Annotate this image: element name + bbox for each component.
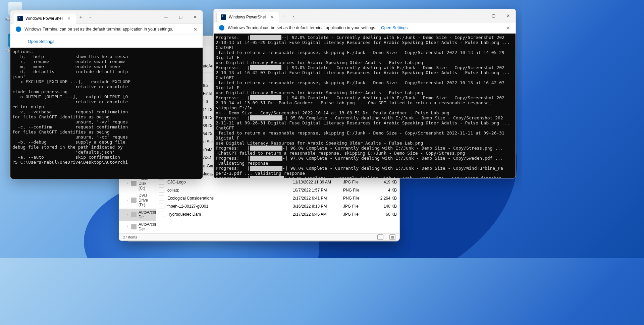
info-text: Windows Terminal can be set as the defau… (228, 25, 376, 30)
maximize-button[interactable]: ▢ (486, 9, 501, 22)
file-date: 10/7/2022 1:57 PM (293, 188, 340, 193)
file-icon (159, 212, 164, 217)
minimize-button[interactable]: — (471, 9, 486, 22)
file-size: 419 KB (373, 180, 397, 184)
sidebar-item[interactable]: ›DVD Drive (D:) (119, 192, 156, 209)
file-name: fnbeh-12-00127-g0001 (167, 204, 289, 209)
terminal-output[interactable]: options: -h, --help show this help messa… (10, 48, 203, 179)
powershell-icon (221, 14, 226, 20)
file-row[interactable]: collatz10/7/2022 1:57 PMPNG File4 KB (156, 186, 399, 194)
chevron-icon: › (127, 213, 128, 216)
info-bar: Windows Terminal can be set as the defau… (10, 24, 203, 35)
info-icon (16, 26, 21, 32)
close-infobar-button[interactable]: ✕ (194, 27, 197, 32)
file-size: 4 KB (373, 188, 397, 193)
new-tab-button[interactable]: + (279, 11, 289, 20)
info-icon (219, 25, 224, 31)
status-bar: 27 items ☰ ▦ (119, 233, 399, 240)
minimize-button[interactable]: — (158, 10, 173, 24)
file-name: CJG-Logo (167, 180, 289, 184)
close-tab-button[interactable]: ✕ (66, 16, 72, 21)
sidebar-label: DVD Drive (D:) (139, 193, 153, 207)
file-size: 2,264 KB (373, 196, 397, 201)
terminal-output[interactable]: Progress: | --| 92.0% Complete - Current… (214, 34, 516, 178)
powershell-window-right: Windows PowerShell ✕ + ⌄ — ▢ ✕ Windows T… (213, 9, 516, 178)
file-icon (159, 179, 164, 185)
tab-powershell[interactable]: Windows PowerShell ✕ (216, 12, 279, 22)
tab-label: Windows PowerShell (229, 15, 267, 19)
file-row[interactable]: Hydroquebec Dam2/17/2022 6:46 AMJPG File… (156, 210, 399, 218)
new-tab-button[interactable]: + (76, 12, 86, 22)
titlebar[interactable]: Windows PowerShell ✕ + ⌄ — ▢ ✕ (10, 10, 203, 24)
drive-icon (131, 181, 137, 186)
file-row[interactable]: fnbeh-12-00127-g00013/16/2022 8:13 PMJPG… (156, 202, 399, 210)
powershell-icon (17, 16, 23, 21)
sidebar-label: AutoArchive Der (139, 222, 156, 231)
tab-label: Windows PowerShell (25, 16, 63, 21)
file-date: 2/17/2022 6:46 AM (293, 212, 340, 217)
drive-icon (131, 224, 137, 229)
sidebar-item[interactable]: ›AutoArchive De (119, 209, 156, 221)
file-type: PNG File (343, 196, 370, 201)
chevron-icon: › (127, 182, 128, 185)
powershell-window-left: Windows PowerShell ✕ + ⌄ — ▢ ✕ Windows T… (10, 10, 203, 179)
info-text: Windows Terminal can be set as the defau… (24, 27, 173, 32)
file-name: collatz (167, 188, 289, 193)
tab-dropdown[interactable]: ⌄ (289, 12, 298, 19)
titlebar[interactable]: Windows PowerShell ✕ + ⌄ — ▢ ✕ (214, 9, 516, 22)
tab-powershell[interactable]: Windows PowerShell ✕ (13, 13, 76, 24)
file-name: Ecological Considerations (167, 196, 289, 201)
file-type: JPG File (343, 212, 370, 217)
file-date: 11/13/2022 11:39 AM (293, 180, 340, 184)
file-size: 140 KB (373, 204, 397, 209)
file-name: Hydroquebec Dam (167, 212, 289, 217)
dvd-icon (131, 198, 137, 203)
file-date: 3/16/2022 8:13 PM (293, 204, 340, 209)
drive-icon (131, 212, 137, 217)
tab-dropdown[interactable]: ⌄ (86, 13, 95, 21)
sidebar-label: AutoArchive De (139, 210, 156, 219)
open-settings-link[interactable]: Open Settings (28, 39, 54, 44)
sidebar-item[interactable]: ›AutoArchive Der (119, 221, 156, 233)
item-count: 27 items (123, 235, 137, 239)
file-icon (159, 187, 164, 193)
file-type: JPG File (343, 180, 370, 184)
file-size: 60 KB (373, 212, 397, 217)
close-infobar-button[interactable]: ✕ (506, 25, 510, 31)
file-icon (159, 196, 164, 201)
file-date: 2/17/2022 6:41 PM (293, 196, 340, 201)
maximize-button[interactable]: ▢ (173, 10, 188, 24)
tiles-view-button[interactable]: ▦ (389, 234, 395, 240)
open-settings-link[interactable]: Open Settings (381, 25, 408, 30)
file-row[interactable]: CJG-Logo11/13/2022 11:39 AMJPG File419 K… (156, 178, 399, 186)
file-type: PNG File (343, 188, 370, 193)
file-icon (159, 204, 164, 209)
close-button[interactable]: ✕ (501, 9, 516, 22)
file-type: JPG File (343, 204, 370, 209)
chevron-icon: › (127, 199, 128, 202)
chevron-icon: › (127, 225, 128, 228)
close-button[interactable]: ✕ (188, 10, 203, 24)
file-row[interactable]: Ecological Considerations2/17/2022 6:41 … (156, 194, 399, 202)
details-view-button[interactable]: ☰ (377, 234, 383, 240)
close-tab-button[interactable]: ✕ (269, 14, 275, 20)
info-bar: Windows Terminal can be set as the defau… (214, 22, 516, 34)
